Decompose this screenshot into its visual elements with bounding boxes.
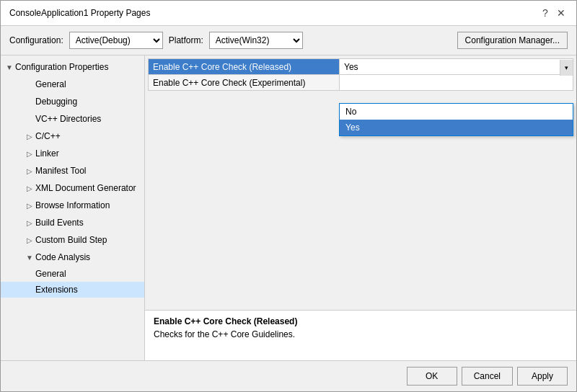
dialog-title: ConsoleApplication1 Property Pages: [9, 8, 150, 18]
sidebar-item-custom-build[interactable]: ▷ Custom Build Step: [1, 231, 144, 249]
sidebar-item-ca-general[interactable]: General: [1, 266, 144, 282]
tree-toggle-cpp: ▷: [24, 130, 35, 142]
sidebar-item-cpp[interactable]: ▷ C/C++: [1, 128, 144, 145]
config-select[interactable]: Active(Debug): [69, 32, 163, 49]
right-panel: Enable C++ Core Check (Released) Yes ▾: [145, 55, 576, 360]
prop-value-experimental[interactable]: [340, 75, 573, 91]
sidebar-item-ca-extensions[interactable]: Extensions: [1, 282, 144, 298]
sidebar-code-analysis-label: Code Analysis: [35, 252, 90, 262]
prop-value-released[interactable]: Yes ▾: [340, 59, 573, 75]
tree-toggle-xml: ▷: [24, 182, 35, 194]
close-button[interactable]: ✕: [555, 6, 568, 19]
dropdown-overlay: No Yes: [339, 103, 573, 136]
title-bar: ConsoleApplication1 Property Pages ? ✕: [1, 1, 576, 26]
dropdown-arrow-released[interactable]: ▾: [560, 60, 573, 76]
tree-toggle-code-analysis: ▼: [24, 251, 35, 263]
tree-toggle-manifest: ▷: [24, 165, 35, 177]
prop-label-experimental: Enable C++ Core Check (Experimental): [149, 75, 340, 91]
platform-label: Platform:: [169, 35, 203, 45]
sidebar-root-label: Configuration Properties: [15, 62, 108, 72]
tree-toggle-custom-build: ▷: [24, 234, 35, 246]
prop-label-released: Enable C++ Core Check (Released): [149, 59, 340, 75]
description-area: Enable C++ Core Check (Released) Checks …: [145, 310, 576, 360]
dropdown-option-yes[interactable]: Yes: [340, 120, 573, 135]
sidebar-item-code-analysis[interactable]: ▼ Code Analysis: [1, 249, 144, 266]
sidebar-item-manifest-tool[interactable]: ▷ Manifest Tool: [1, 162, 144, 179]
cancel-button[interactable]: Cancel: [462, 367, 513, 386]
sidebar-panel: ▼ Configuration Properties ▷ General ▷ D…: [1, 55, 145, 360]
property-pages-dialog: ConsoleApplication1 Property Pages ? ✕ C…: [0, 0, 577, 392]
sidebar-item-configuration-properties[interactable]: ▼ Configuration Properties: [1, 58, 144, 76]
sidebar-ca-general-label: General: [35, 269, 66, 279]
config-manager-button[interactable]: Configuration Manager...: [457, 32, 568, 49]
sidebar-vc-directories-label: VC++ Directories: [35, 114, 101, 124]
sidebar-item-debugging[interactable]: ▷ Debugging: [1, 93, 144, 110]
sidebar-item-linker[interactable]: ▷ Linker: [1, 145, 144, 162]
sidebar-item-vc-directories[interactable]: ▷ VC++ Directories: [1, 110, 144, 128]
config-label: Configuration:: [9, 35, 63, 45]
tree-toggle-root: ▼: [4, 61, 15, 73]
table-row: Enable C++ Core Check (Experimental): [149, 75, 573, 91]
toolbar: Configuration: Active(Debug) Platform: A…: [1, 26, 576, 55]
dropdown-option-no[interactable]: No: [340, 104, 573, 120]
help-button[interactable]: ?: [539, 6, 552, 19]
sidebar-xml-label: XML Document Generator: [35, 183, 136, 193]
description-title: Enable C++ Core Check (Released): [154, 316, 568, 326]
sidebar-linker-label: Linker: [35, 148, 59, 159]
sidebar-custom-build-label: Custom Build Step: [35, 235, 107, 245]
properties-table: Enable C++ Core Check (Released) Yes ▾: [148, 58, 573, 91]
properties-area: Enable C++ Core Check (Released) Yes ▾: [145, 55, 576, 310]
sidebar-general-label: General: [35, 79, 66, 89]
bottom-buttons-bar: OK Cancel Apply: [1, 360, 576, 391]
ok-button[interactable]: OK: [407, 367, 457, 386]
tree-toggle-linker: ▷: [24, 148, 35, 159]
sidebar-ca-extensions-label: Extensions: [35, 285, 78, 295]
sidebar-item-general[interactable]: ▷ General: [1, 76, 144, 93]
sidebar-debugging-label: Debugging: [35, 97, 77, 107]
tree-toggle-build-events: ▷: [24, 217, 35, 228]
title-bar-buttons: ? ✕: [539, 6, 568, 19]
table-row: Enable C++ Core Check (Released) Yes ▾: [149, 59, 573, 75]
tree-toggle-browse: ▷: [24, 200, 35, 211]
description-text: Checks for the C++ Core Guidelines.: [154, 329, 568, 339]
sidebar-manifest-label: Manifest Tool: [35, 166, 86, 176]
platform-select[interactable]: Active(Win32): [209, 32, 303, 49]
sidebar-item-xml-doc[interactable]: ▷ XML Document Generator: [1, 179, 144, 197]
sidebar-build-events-label: Build Events: [35, 218, 84, 228]
apply-button[interactable]: Apply: [517, 367, 568, 386]
sidebar-item-browse-info[interactable]: ▷ Browse Information: [1, 197, 144, 214]
sidebar-cpp-label: C/C++: [35, 131, 61, 141]
sidebar-item-build-events[interactable]: ▷ Build Events: [1, 214, 144, 231]
sidebar-browse-label: Browse Information: [35, 200, 110, 210]
main-content: ▼ Configuration Properties ▷ General ▷ D…: [1, 55, 576, 360]
